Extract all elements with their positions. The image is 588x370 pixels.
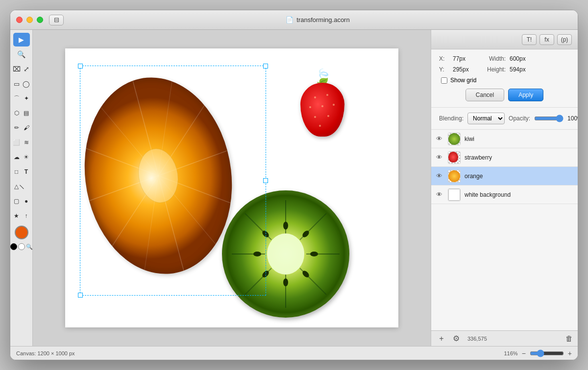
fx-button[interactable]: fx: [539, 34, 554, 45]
layer-item-orange[interactable]: 👁 orange: [431, 167, 578, 185]
canvas-surface: 🍃: [65, 48, 398, 327]
gradient-tool[interactable]: ▤: [22, 106, 31, 120]
eye-icon-strawberry[interactable]: 👁: [436, 154, 444, 161]
layer-thumb-kiwi: [448, 133, 461, 145]
eye-icon-orange[interactable]: 👁: [436, 172, 444, 180]
layer-item-kiwi[interactable]: 👁 kiwi: [431, 130, 578, 148]
canvas-area: 🍃: [33, 30, 431, 346]
svg-point-9: [309, 106, 311, 108]
blending-select[interactable]: Normal Multiply Screen Overlay: [467, 113, 505, 124]
pencil-tool[interactable]: ✏: [12, 121, 21, 135]
layer-name-kiwi: kiwi: [465, 136, 573, 142]
svg-point-30: [253, 252, 261, 256]
checker-bg-kiwi: [448, 133, 460, 145]
opacity-value: 100%: [567, 115, 578, 122]
eraser-tool[interactable]: ⬜: [12, 136, 21, 149]
strawberry-thumb-visual: [448, 152, 458, 162]
fx-tools: ☁ ☀: [12, 150, 31, 164]
title-bar-center: 📄 transforming.acorn: [64, 16, 572, 23]
smudge-tool[interactable]: ≋: [22, 136, 31, 149]
select-tool[interactable]: ▶: [13, 33, 30, 46]
foreground-color-swatch[interactable]: [15, 226, 28, 239]
rounded-rect-tool[interactable]: ▢: [12, 194, 21, 208]
minimize-button[interactable]: [26, 17, 33, 23]
handle-bottom-left[interactable]: [78, 293, 83, 298]
opacity-label: Opacity:: [509, 115, 530, 122]
status-bar: Canvas: 1200 × 1000 px 116% − +: [10, 346, 578, 360]
maximize-button[interactable]: [37, 17, 43, 23]
black-color[interactable]: [10, 243, 17, 250]
zoom-tool[interactable]: 🔍: [13, 47, 30, 61]
cloud-tool[interactable]: ☁: [12, 150, 21, 164]
y-label: Y:: [439, 66, 449, 73]
sidebar-toggle-button[interactable]: ⊟: [49, 15, 64, 25]
strawberry-layer-content: 🍃: [295, 68, 349, 146]
handle-top-left[interactable]: [78, 64, 83, 69]
circle-shape-tool[interactable]: ●: [22, 194, 31, 208]
checker-bg-orange: [448, 170, 460, 182]
strawberry-body-visual: [300, 83, 344, 137]
svg-point-6: [133, 143, 184, 208]
fx-label: fx: [544, 36, 549, 43]
rect-shape-tool[interactable]: □: [12, 165, 21, 179]
handle-mid-right[interactable]: [263, 178, 268, 183]
eye-icon-white-bg[interactable]: 👁: [436, 191, 444, 198]
p-button[interactable]: (p): [557, 34, 572, 45]
kiwi-seeds-svg: [222, 190, 349, 318]
show-grid-label[interactable]: Show grid: [450, 77, 476, 84]
color-picker-icon[interactable]: 🔍: [26, 244, 33, 250]
lasso-tool[interactable]: ⌒: [12, 92, 21, 105]
show-grid-row: Show grid: [439, 77, 570, 84]
star-tool[interactable]: ★: [12, 209, 21, 223]
layer-name-white-bg: white background: [465, 191, 573, 198]
status-bar-right: 116% − +: [504, 349, 572, 357]
svg-point-12: [314, 116, 316, 118]
crop-tool[interactable]: ⌧: [12, 62, 21, 76]
apply-button[interactable]: Apply: [508, 89, 543, 101]
paint-bucket-tool[interactable]: ⬡: [12, 106, 21, 120]
pen-tools: △ |: [12, 180, 31, 193]
brush-tool[interactable]: 🖌: [22, 121, 31, 135]
white-bg-thumb-visual: [448, 189, 460, 201]
white-color[interactable]: [18, 243, 25, 250]
fullscreen-tool[interactable]: ⤢: [22, 62, 31, 76]
sun-tool[interactable]: ☀: [22, 150, 31, 164]
lasso-tools: ⌒ ✦: [12, 92, 31, 105]
arrow-tool[interactable]: ↑: [22, 209, 31, 223]
svg-point-15: [267, 233, 304, 275]
svg-point-26: [310, 252, 318, 256]
x-value: 77px: [453, 55, 477, 62]
width-label: Width:: [481, 55, 506, 62]
delete-layer-button[interactable]: 🗑: [565, 334, 573, 343]
font-tool-button[interactable]: T!: [522, 34, 537, 45]
trash-icon: 🗑: [565, 334, 573, 343]
zoom-slider[interactable]: [530, 349, 564, 357]
text-tool[interactable]: T: [22, 165, 31, 179]
show-grid-checkbox[interactable]: [441, 77, 447, 84]
blending-label: Blending:: [439, 115, 464, 122]
add-layer-button[interactable]: +: [436, 333, 447, 344]
layer-item-strawberry[interactable]: 👁 strawberry: [431, 148, 578, 167]
layer-settings-button[interactable]: ⚙: [451, 333, 462, 344]
handle-top-right[interactable]: [263, 64, 268, 69]
cancel-button[interactable]: Cancel: [466, 89, 504, 101]
zoom-in-icon[interactable]: +: [568, 349, 572, 357]
panel-toolbar: T! fx (p): [431, 30, 578, 49]
width-value: 600px: [510, 55, 526, 62]
rect-select-tool[interactable]: ▭: [12, 77, 21, 91]
close-button[interactable]: [16, 17, 23, 23]
height-label: Height:: [481, 66, 506, 73]
right-panel: T! fx (p) X: 77px Width: 600px Y:: [431, 30, 578, 346]
eye-icon-kiwi[interactable]: 👁: [436, 135, 444, 142]
opacity-slider[interactable]: [534, 115, 564, 122]
star-arrow-tools: ★ ↑: [12, 209, 31, 223]
svg-point-28: [283, 278, 288, 286]
layers-list: 👁 kiwi 👁 strawb: [431, 130, 578, 330]
ellipse-select-tool[interactable]: ◯: [22, 77, 31, 91]
svg-point-11: [333, 104, 335, 106]
magic-wand-tool[interactable]: ✦: [22, 92, 31, 105]
pen-tool[interactable]: △: [12, 180, 21, 193]
zoom-out-icon[interactable]: −: [522, 349, 526, 357]
layer-item-white-bg[interactable]: 👁 white background: [431, 185, 578, 204]
kiwi-layer-content: [222, 190, 359, 327]
